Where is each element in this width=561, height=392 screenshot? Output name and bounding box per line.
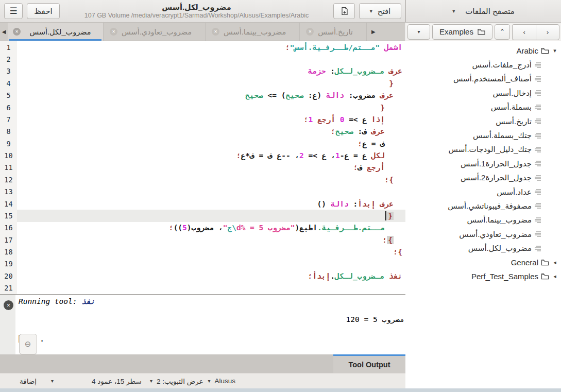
close-output-icon[interactable]: ✕ [4,300,13,310]
forward-button[interactable]: › [536,24,559,40]
tree-item-file[interactable]: جتك_بسملة.أسس [406,128,561,142]
code-text: }؛ [17,234,405,246]
tab-close-icon[interactable]: ✕ [306,28,314,36]
code-segment: \ج [227,224,236,232]
tab-close-icon[interactable]: ✕ [212,28,219,36]
tree-item-file[interactable]: جدول_الحرارة1.أسس [406,157,561,171]
tree-item-file[interactable]: إدخال.أسس [406,86,561,100]
output-prompt-row: [ ⊖ . [17,334,44,354]
code-line[interactable]: 3عرف مـضروب_لـكل: حزمة [0,65,405,77]
tree-item-folder[interactable]: ▾Arabic [406,44,561,58]
tree-item-file[interactable]: أصناف_ألمستخدم.أسس [406,72,561,86]
tree-item-file[interactable]: مضروب_بينما.أسس [406,213,561,227]
tree-item-label: مضروب_بينما.أسس [467,215,532,225]
code-segment: لكل [371,151,385,160]
code-line[interactable]: 14عرف إبدأ: دالة () [0,198,405,210]
code-line[interactable]: 15{ [0,210,405,221]
code-segment [384,67,389,75]
tree-item-file[interactable]: مصفوفة_فيبوناتشي.أسس [406,199,561,213]
code-segment: دالة [331,200,349,208]
code-line[interactable]: 21 [0,282,405,294]
insert-mode-label[interactable]: إضافة [20,377,37,385]
code-line[interactable]: 8عرف ف: صحيح؛ [0,126,405,138]
chevron-down-icon: ▾ [417,29,420,35]
code-line[interactable]: 2 [0,53,405,65]
title-block: مضروب_لكل.أسس 107 GB Volume /media/verac… [64,3,329,20]
code-line[interactable]: 6{ [0,101,405,113]
tree-item-file[interactable]: مضروب_لكل.أسس [406,241,561,255]
code-editor[interactable]: 1اشمل "مــتم/طــرفـية.أسس"؛23عرف مـضروب_… [0,41,405,294]
code-line[interactable]: 4{ [0,77,405,89]
tab-scroll-left-icon[interactable]: ◀ [0,23,8,41]
code-line[interactable]: 20نفذ مـضروب_لـكل.إبدأ؛ [0,270,405,282]
code-line[interactable]: 10لكل ع = ع-1، ع >= 2، --ع ف = ف*ع؛ [0,149,405,161]
code-line[interactable]: 19 [0,258,405,270]
menu-button[interactable]: ☰ [4,3,23,19]
file-icon [534,202,541,210]
code-line[interactable]: 13 [0,186,405,198]
tree-item-file[interactable]: مضروب_تعاودي.أسس [406,227,561,241]
location-dropdown-button[interactable]: ▾ [407,24,430,40]
code-text: عرف إبدأ: دالة () [17,198,405,210]
tab-width-dropdown[interactable]: ▾ عرض التبويب: 2 [150,377,203,385]
code-segment: )) [174,224,182,232]
line-number: 9 [0,138,17,149]
tree-item-file[interactable]: جتك_دليل_الودجات.أسس [406,143,561,157]
back-button[interactable]: ‹ [512,24,536,40]
tab-close-icon[interactable]: ✕ [110,28,117,36]
line-number: 14 [0,198,17,210]
tree-item-file[interactable]: بسملة.أسس [406,100,561,114]
code-line[interactable]: 9ف = ع؛ [0,138,405,149]
file-tree: ▾Arabicأدرج_ملفات.أسسأصناف_ألمستخدم.أسسإ… [406,41,561,284]
tab-inactive[interactable]: ✕تاريخ.أسس [300,23,367,41]
files-panel-menubutton[interactable]: متصفح الملفات ▾ [406,0,561,22]
line-number: 8 [0,126,17,138]
tree-item-folder[interactable]: ◂General [406,255,561,269]
tab-tool-output[interactable]: Tool Output [333,354,405,373]
code-line[interactable]: 12}؛ [0,174,405,185]
code-line[interactable]: 7إذا ع >= 0 أرجع 1؛ [0,113,405,125]
open-button[interactable]: ▾ افتح [359,3,401,19]
file-icon [534,75,541,83]
code-line[interactable]: 17}؛ [0,234,405,246]
tab-active[interactable]: ✕مضروب_لكل.أسس [8,23,104,41]
code-line[interactable]: 5عرف مضروب: دالة (ع: صحيح) => صحيح [0,90,405,101]
tree-item-file[interactable]: عداد.أسس [406,185,561,199]
go-up-button[interactable]: ⌃ [495,24,510,40]
current-folder-button[interactable]: Examples [432,24,492,40]
code-segment: "مضروب 5 = %d [236,224,295,232]
tab-label: تاريخ.أسس [318,28,353,36]
code-segment [380,43,384,52]
code-line[interactable]: 1اشمل "مــتم/طــرفـية.أسس"؛ [0,41,405,53]
new-file-button[interactable] [333,3,355,19]
language-label: Alusus [215,377,236,385]
code-text: نفذ مـضروب_لـكل.إبدأ؛ [17,270,405,282]
tab-close-icon[interactable]: ✕ [13,28,21,36]
chevron-down-icon: ▾ [452,9,455,14]
chevron-left-icon: ‹ [523,28,525,36]
tab-inactive[interactable]: ✕مضروب_بينما.أسس [206,23,300,41]
expander-closed-icon[interactable]: ◂ [552,259,558,266]
tool-result-line: مضروب 5 = 120 [346,315,404,323]
tree-item-label: Perf_Test_Samples [471,272,538,281]
tree-item-file[interactable]: جدول_الحرارة2.أسس [406,171,561,185]
save-button[interactable]: احفظ [27,3,60,19]
expander-closed-icon[interactable]: ◂ [552,273,558,280]
code-line[interactable]: 18}؛ [0,246,405,258]
expander-open-icon[interactable]: ▾ [552,47,558,54]
tree-item-folder[interactable]: ◂Perf_Test_Samples [406,269,561,283]
code-line[interactable]: 16مــتم.طــرفـية.اطبع("مضروب 5 = %d\ج"، … [0,222,405,234]
file-icon [534,174,541,182]
collapse-output-button[interactable]: ⊖ [19,334,37,354]
tree-item-file[interactable]: أدرج_ملفات.أسس [406,58,561,72]
tab-inactive[interactable]: ✕مضروب_تعاودي.أسس [104,23,206,41]
language-dropdown[interactable]: ▾ Alusus [208,377,236,385]
code-segment: عرف [389,67,402,75]
tree-item-file[interactable]: تاريخ.أسس [406,114,561,128]
chevron-down-icon[interactable]: ▾ [51,379,54,384]
code-line[interactable]: 11أرجع ف؛ [0,162,405,174]
tab-scroll-right-icon[interactable]: ▶ [367,23,380,41]
tree-item-label: تاريخ.أسس [496,117,532,126]
folder-icon [478,28,485,35]
code-segment: اطبع( [295,224,317,232]
